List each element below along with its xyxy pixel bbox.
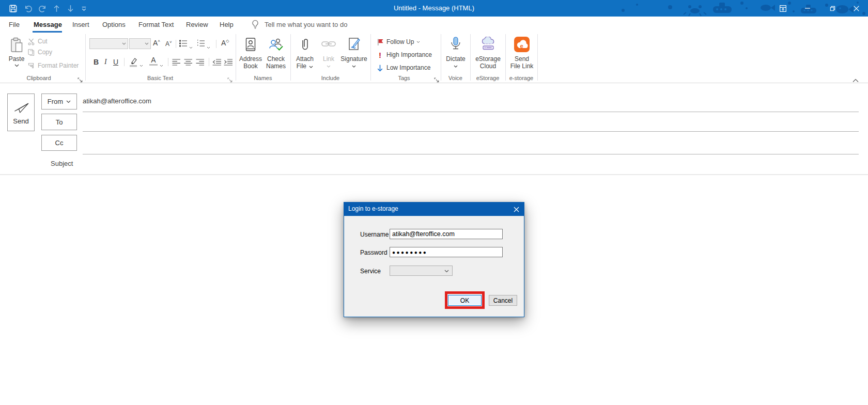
divider — [216, 40, 216, 48]
grow-font-button[interactable]: A˄ — [153, 39, 160, 47]
decrease-indent-button[interactable] — [212, 58, 222, 68]
numbering-dropdown-chevron[interactable] — [207, 42, 210, 51]
font-size-dropdown[interactable] — [129, 38, 151, 49]
dialog-close-button[interactable] — [512, 205, 520, 213]
from-field-value: atikah@afteroffice.com — [83, 97, 151, 105]
cc-button[interactable]: Cc — [41, 135, 77, 151]
estorage-cloud-button[interactable]: eStorageCloud — [473, 34, 503, 79]
subject-label: Subject — [51, 160, 73, 167]
group-separator — [441, 34, 441, 81]
ribbon: Paste Cut Copy Format Painter Clipboard — [0, 33, 868, 83]
restore-button[interactable] — [820, 0, 844, 17]
from-button[interactable]: From — [41, 94, 77, 110]
group-separator — [537, 34, 538, 81]
clipboard-group-label: Clipboard — [5, 75, 72, 82]
service-dropdown[interactable] — [390, 266, 453, 276]
ribbon-tab-bar: File Message Insert Options Format Text … — [0, 17, 868, 33]
group-separator — [85, 34, 86, 81]
divider — [209, 58, 209, 66]
underline-button[interactable]: U — [113, 57, 118, 67]
message-header: Send From To Cc atikah@afteroffice.com S… — [0, 83, 868, 175]
from-field[interactable] — [83, 112, 859, 112]
dialog-title: Login to e-storage — [348, 205, 398, 212]
send-button[interactable]: Send — [7, 94, 35, 131]
minimize-button[interactable] — [796, 0, 819, 17]
clear-formatting-button[interactable]: A◇ — [221, 39, 229, 47]
tab-message[interactable]: Message — [34, 21, 62, 28]
check-names-button[interactable]: CheckNames — [264, 34, 288, 79]
align-left-button[interactable] — [172, 58, 181, 68]
tell-me-search[interactable]: Tell me what you want to do — [265, 21, 347, 28]
include-group-label: Include — [290, 75, 370, 82]
lightbulb-icon — [251, 20, 259, 31]
tab-review[interactable]: Review — [186, 21, 208, 28]
align-center-button[interactable] — [184, 58, 193, 68]
address-book-button[interactable]: AddressBook — [238, 34, 263, 79]
to-button[interactable]: To — [41, 114, 77, 130]
font-name-dropdown[interactable] — [89, 38, 128, 49]
group-separator — [470, 34, 471, 81]
font-color-dropdown-chevron[interactable] — [160, 60, 163, 69]
highlight-color-button[interactable] — [128, 57, 138, 69]
bullets-dropdown-chevron[interactable] — [189, 42, 193, 51]
tab-format-text[interactable]: Format Text — [138, 21, 174, 28]
password-label: Password — [360, 249, 388, 256]
format-painter-button[interactable]: Format Painter — [27, 60, 79, 71]
basic-text-group-label: Basic Text — [124, 75, 196, 82]
window-titlebar: Untitled - Message (HTML) — [0, 0, 868, 17]
dictate-button[interactable]: Dictate — [443, 34, 468, 79]
shrink-font-button[interactable]: A˅ — [165, 40, 172, 48]
password-input[interactable] — [390, 247, 503, 257]
attach-file-button[interactable]: Attach File — [292, 34, 317, 79]
highlight-dropdown-chevron[interactable] — [140, 60, 143, 69]
annotation-highlight — [445, 291, 485, 309]
login-dialog: Login to e-storage Username Password Ser… — [344, 202, 524, 317]
divider — [124, 58, 125, 66]
high-importance-button[interactable]: ! High Importance — [376, 50, 432, 60]
dialog-titlebar: Login to e-storage — [344, 202, 524, 216]
service-label: Service — [360, 268, 381, 275]
e-storage-group-label: e-storage — [505, 75, 537, 82]
username-label: Username — [360, 231, 389, 238]
cut-button[interactable]: Cut — [27, 36, 48, 46]
group-separator — [370, 34, 371, 81]
follow-up-button[interactable]: Follow Up — [376, 37, 420, 47]
window-title: Untitled - Message (HTML) — [0, 0, 868, 17]
bullets-button[interactable] — [179, 40, 188, 49]
italic-button[interactable]: I — [104, 57, 107, 67]
paste-button[interactable]: Paste — [4, 34, 29, 79]
group-separator — [505, 34, 506, 81]
divider — [176, 40, 176, 48]
names-group-label: Names — [236, 75, 290, 82]
group-separator — [236, 34, 236, 81]
numbering-button[interactable] — [197, 40, 205, 49]
header-body-separator — [0, 174, 868, 175]
cc-field[interactable] — [83, 154, 859, 154]
outlook-message-window: Untitled - Message (HTML) File Message I… — [0, 0, 868, 405]
cancel-button[interactable]: Cancel — [489, 295, 517, 306]
svg-text:e: e — [520, 43, 523, 49]
tab-insert[interactable]: Insert — [72, 21, 89, 28]
voice-group-label: Voice — [441, 75, 470, 82]
close-button[interactable] — [844, 0, 868, 17]
low-importance-button[interactable]: Low Importance — [376, 63, 430, 73]
ribbon-display-options-button[interactable] — [771, 0, 795, 17]
font-color-button[interactable]: A — [149, 56, 158, 66]
send-file-link-button[interactable]: e SendFile Link — [508, 34, 535, 79]
link-button[interactable]: Link — [318, 34, 339, 79]
username-input[interactable] — [390, 229, 503, 239]
bold-button[interactable]: B — [94, 57, 99, 67]
copy-button[interactable]: Copy — [27, 47, 52, 57]
tab-options[interactable]: Options — [102, 21, 126, 28]
divider — [168, 58, 168, 66]
group-separator — [290, 34, 291, 81]
tags-group-label: Tags — [370, 75, 438, 82]
align-right-button[interactable] — [196, 58, 205, 68]
tab-file[interactable]: File — [9, 21, 20, 28]
estorage-group-label: eStorage — [470, 75, 505, 82]
to-field[interactable] — [83, 131, 859, 132]
signature-button[interactable]: Signature — [340, 34, 368, 79]
increase-indent-button[interactable] — [224, 58, 233, 68]
tab-help[interactable]: Help — [220, 21, 234, 28]
